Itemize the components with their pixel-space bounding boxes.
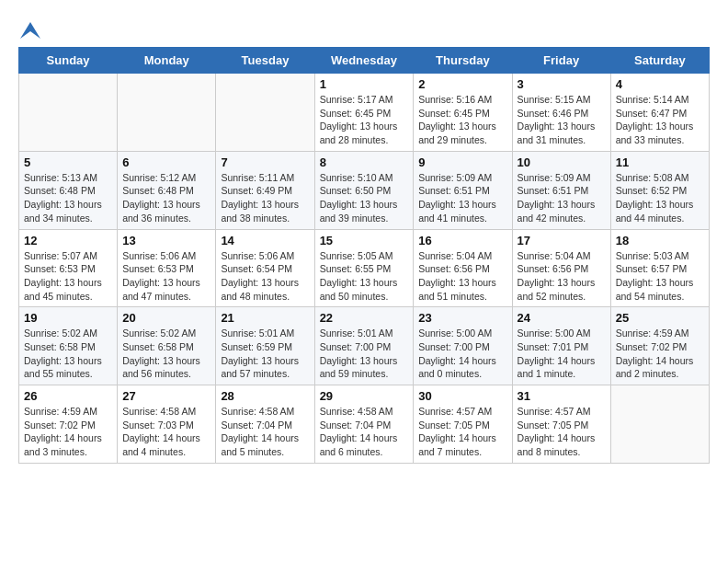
calendar-cell: 16Sunrise: 5:04 AM Sunset: 6:56 PM Dayli… [414,229,512,307]
day-number: 5 [24,155,112,169]
day-number: 19 [24,311,112,325]
day-number: 18 [616,234,704,247]
day-info: Sunrise: 5:02 AM Sunset: 6:58 PM Dayligh… [122,327,210,381]
calendar-cell: 20Sunrise: 5:02 AM Sunset: 6:58 PM Dayli… [118,307,216,385]
day-info: Sunrise: 5:14 AM Sunset: 6:47 PM Dayligh… [616,93,704,147]
day-number: 11 [616,155,704,169]
day-info: Sunrise: 5:17 AM Sunset: 6:45 PM Dayligh… [320,93,409,147]
day-number: 9 [418,155,506,169]
day-info: Sunrise: 4:59 AM Sunset: 7:02 PM Dayligh… [616,327,704,381]
calendar-cell: 9Sunrise: 5:09 AM Sunset: 6:51 PM Daylig… [414,151,512,229]
day-number: 26 [24,389,112,403]
logo-bird-icon [20,22,40,39]
calendar-cell: 1Sunrise: 5:17 AM Sunset: 6:45 PM Daylig… [314,74,414,152]
week-row-2: 5Sunrise: 5:13 AM Sunset: 6:48 PM Daylig… [19,151,710,229]
calendar-cell: 12Sunrise: 5:07 AM Sunset: 6:53 PM Dayli… [19,229,118,307]
calendar-cell: 29Sunrise: 4:58 AM Sunset: 7:04 PM Dayli… [314,385,414,464]
day-number: 31 [518,389,606,403]
day-info: Sunrise: 5:16 AM Sunset: 6:45 PM Dayligh… [418,93,506,147]
day-info: Sunrise: 5:03 AM Sunset: 6:57 PM Dayligh… [616,249,704,304]
day-info: Sunrise: 5:07 AM Sunset: 6:53 PM Dayligh… [24,249,112,304]
day-info: Sunrise: 5:12 AM Sunset: 6:48 PM Dayligh… [122,171,210,225]
day-header-saturday: Saturday [610,48,709,74]
day-number: 21 [221,311,309,325]
day-header-tuesday: Tuesday [216,48,314,74]
day-number: 15 [320,234,409,247]
logo [18,18,40,38]
day-header-thursday: Thursday [414,48,512,74]
day-info: Sunrise: 5:11 AM Sunset: 6:49 PM Dayligh… [221,171,309,225]
calendar-cell: 24Sunrise: 5:00 AM Sunset: 7:01 PM Dayli… [512,307,610,385]
calendar-cell: 14Sunrise: 5:06 AM Sunset: 6:54 PM Dayli… [216,229,314,307]
day-number: 10 [518,155,606,169]
day-number: 14 [221,234,309,247]
day-number: 23 [418,311,506,325]
day-header-wednesday: Wednesday [314,48,414,74]
day-info: Sunrise: 5:13 AM Sunset: 6:48 PM Dayligh… [24,171,112,225]
day-info: Sunrise: 5:08 AM Sunset: 6:52 PM Dayligh… [616,171,704,225]
day-info: Sunrise: 5:01 AM Sunset: 7:00 PM Dayligh… [320,327,409,381]
day-number: 13 [122,234,210,247]
calendar-cell: 13Sunrise: 5:06 AM Sunset: 6:53 PM Dayli… [118,229,216,307]
header-row: SundayMondayTuesdayWednesdayThursdayFrid… [19,48,710,74]
day-number: 17 [518,234,606,247]
day-number: 12 [24,234,112,247]
day-number: 25 [616,311,704,325]
calendar-cell: 17Sunrise: 5:04 AM Sunset: 6:56 PM Dayli… [512,229,610,307]
day-header-sunday: Sunday [19,48,118,74]
day-number: 20 [122,311,210,325]
day-info: Sunrise: 5:04 AM Sunset: 6:56 PM Dayligh… [418,249,506,304]
calendar-cell: 15Sunrise: 5:05 AM Sunset: 6:55 PM Dayli… [314,229,414,307]
day-info: Sunrise: 4:59 AM Sunset: 7:02 PM Dayligh… [24,405,112,459]
day-info: Sunrise: 4:58 AM Sunset: 7:03 PM Dayligh… [122,405,210,459]
day-number: 28 [221,389,309,403]
calendar-cell: 19Sunrise: 5:02 AM Sunset: 6:58 PM Dayli… [19,307,118,385]
day-number: 22 [320,311,409,325]
day-number: 4 [616,77,704,91]
header [18,18,710,38]
calendar-cell: 31Sunrise: 4:57 AM Sunset: 7:05 PM Dayli… [512,385,610,464]
calendar-cell: 7Sunrise: 5:11 AM Sunset: 6:49 PM Daylig… [216,151,314,229]
day-info: Sunrise: 5:06 AM Sunset: 6:54 PM Dayligh… [221,249,309,304]
calendar-cell: 6Sunrise: 5:12 AM Sunset: 6:48 PM Daylig… [118,151,216,229]
calendar-cell: 2Sunrise: 5:16 AM Sunset: 6:45 PM Daylig… [414,74,512,152]
day-info: Sunrise: 5:02 AM Sunset: 6:58 PM Dayligh… [24,327,112,381]
day-info: Sunrise: 5:00 AM Sunset: 7:00 PM Dayligh… [418,327,506,381]
day-number: 3 [518,77,606,91]
calendar-cell: 4Sunrise: 5:14 AM Sunset: 6:47 PM Daylig… [610,74,709,152]
day-info: Sunrise: 5:10 AM Sunset: 6:50 PM Dayligh… [320,171,409,225]
day-info: Sunrise: 4:58 AM Sunset: 7:04 PM Dayligh… [320,405,409,459]
day-number: 2 [418,77,506,91]
day-info: Sunrise: 5:09 AM Sunset: 6:51 PM Dayligh… [418,171,506,225]
day-header-friday: Friday [512,48,610,74]
day-info: Sunrise: 5:09 AM Sunset: 6:51 PM Dayligh… [518,171,606,225]
day-number: 1 [320,77,409,91]
svg-marker-0 [20,22,40,39]
day-number: 24 [518,311,606,325]
calendar-cell: 23Sunrise: 5:00 AM Sunset: 7:00 PM Dayli… [414,307,512,385]
calendar-cell: 22Sunrise: 5:01 AM Sunset: 7:00 PM Dayli… [314,307,414,385]
day-info: Sunrise: 5:04 AM Sunset: 6:56 PM Dayligh… [518,249,606,304]
week-row-5: 26Sunrise: 4:59 AM Sunset: 7:02 PM Dayli… [19,385,710,464]
day-info: Sunrise: 5:00 AM Sunset: 7:01 PM Dayligh… [518,327,606,381]
day-number: 8 [320,155,409,169]
calendar-cell: 18Sunrise: 5:03 AM Sunset: 6:57 PM Dayli… [610,229,709,307]
day-number: 7 [221,155,309,169]
week-row-1: 1Sunrise: 5:17 AM Sunset: 6:45 PM Daylig… [19,74,710,152]
day-number: 30 [418,389,506,403]
day-info: Sunrise: 5:15 AM Sunset: 6:46 PM Dayligh… [518,93,606,147]
calendar-cell: 5Sunrise: 5:13 AM Sunset: 6:48 PM Daylig… [19,151,118,229]
calendar-cell: 26Sunrise: 4:59 AM Sunset: 7:02 PM Dayli… [19,385,118,464]
calendar-cell: 28Sunrise: 4:58 AM Sunset: 7:04 PM Dayli… [216,385,314,464]
day-info: Sunrise: 5:05 AM Sunset: 6:55 PM Dayligh… [320,249,409,304]
calendar-cell [216,74,314,152]
calendar-table: SundayMondayTuesdayWednesdayThursdayFrid… [18,47,710,464]
week-row-3: 12Sunrise: 5:07 AM Sunset: 6:53 PM Dayli… [19,229,710,307]
day-number: 6 [122,155,210,169]
calendar-cell: 25Sunrise: 4:59 AM Sunset: 7:02 PM Dayli… [610,307,709,385]
day-info: Sunrise: 5:06 AM Sunset: 6:53 PM Dayligh… [122,249,210,304]
calendar-cell: 10Sunrise: 5:09 AM Sunset: 6:51 PM Dayli… [512,151,610,229]
calendar-cell [118,74,216,152]
calendar-cell: 27Sunrise: 4:58 AM Sunset: 7:03 PM Dayli… [118,385,216,464]
day-header-monday: Monday [118,48,216,74]
